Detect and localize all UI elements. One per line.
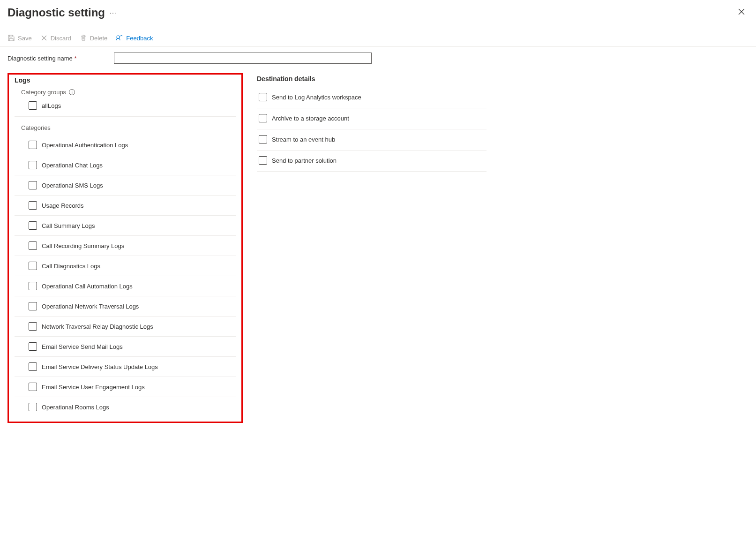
- discard-label: Discard: [51, 35, 71, 42]
- category-label: Call Summary Logs: [42, 222, 95, 229]
- more-menu[interactable]: ···: [110, 9, 117, 16]
- category-label: Operational Rooms Logs: [42, 404, 109, 411]
- category-row[interactable]: Email Service User Engagement Logs: [15, 377, 236, 397]
- destination-label: Send to partner solution: [272, 157, 337, 164]
- categories-label: Categories: [21, 124, 236, 131]
- category-checkbox[interactable]: [29, 181, 37, 189]
- category-row[interactable]: Call Diagnostics Logs: [15, 256, 236, 276]
- close-button[interactable]: [734, 6, 749, 19]
- category-label: Operational Chat Logs: [42, 162, 103, 169]
- destination-checkbox[interactable]: [259, 114, 267, 122]
- category-label: Operational Call Automation Logs: [42, 283, 133, 290]
- page-title: Diagnostic setting: [7, 6, 105, 19]
- save-button[interactable]: Save: [7, 34, 32, 42]
- feedback-label: Feedback: [126, 35, 153, 42]
- close-icon: [738, 8, 745, 15]
- logs-title: Logs: [15, 76, 236, 84]
- category-row[interactable]: Call Summary Logs: [15, 216, 236, 236]
- category-row[interactable]: Usage Records: [15, 196, 236, 216]
- svg-point-0: [117, 36, 120, 38]
- category-label: Email Service Send Mail Logs: [42, 343, 123, 350]
- destination-label: Send to Log Analytics workspace: [272, 94, 361, 101]
- alllogs-checkbox[interactable]: [29, 101, 37, 110]
- destination-checkbox[interactable]: [259, 93, 267, 101]
- destination-row[interactable]: Send to partner solution: [257, 151, 487, 172]
- category-row[interactable]: Operational Call Automation Logs: [15, 276, 236, 296]
- feedback-button[interactable]: Feedback: [116, 34, 153, 42]
- category-row[interactable]: Email Service Delivery Status Update Log…: [15, 357, 236, 377]
- category-row[interactable]: Email Service Send Mail Logs: [15, 337, 236, 357]
- category-checkbox[interactable]: [29, 342, 37, 351]
- category-label: Usage Records: [42, 202, 84, 209]
- destination-label: Archive to a storage account: [272, 115, 349, 122]
- save-icon: [7, 34, 15, 42]
- info-icon[interactable]: i: [69, 89, 75, 95]
- category-groups-label: Category groups i: [21, 89, 236, 96]
- delete-button[interactable]: Delete: [80, 34, 108, 42]
- category-label: Network Traversal Relay Diagnostic Logs: [42, 323, 153, 330]
- category-label: Operational Authentication Logs: [42, 142, 128, 149]
- category-checkbox[interactable]: [29, 302, 37, 310]
- delete-icon: [80, 34, 87, 42]
- category-row[interactable]: Operational Chat Logs: [15, 155, 236, 175]
- discard-icon: [40, 34, 48, 42]
- save-label: Save: [18, 35, 32, 42]
- alllogs-row[interactable]: allLogs: [15, 98, 236, 117]
- alllogs-label: allLogs: [42, 102, 61, 109]
- category-label: Call Recording Summary Logs: [42, 242, 124, 249]
- category-checkbox[interactable]: [29, 201, 37, 210]
- category-row[interactable]: Operational Rooms Logs: [15, 397, 236, 417]
- category-label: Operational SMS Logs: [42, 182, 103, 189]
- destination-checkbox[interactable]: [259, 156, 267, 165]
- category-checkbox[interactable]: [29, 322, 37, 331]
- category-checkbox[interactable]: [29, 241, 37, 250]
- category-checkbox[interactable]: [29, 362, 37, 371]
- category-checkbox[interactable]: [29, 383, 37, 391]
- category-row[interactable]: Operational Authentication Logs: [15, 135, 236, 155]
- category-row[interactable]: Network Traversal Relay Diagnostic Logs: [15, 317, 236, 337]
- destination-checkbox[interactable]: [259, 135, 267, 143]
- category-checkbox[interactable]: [29, 403, 37, 411]
- category-checkbox[interactable]: [29, 141, 37, 149]
- feedback-icon: [116, 34, 123, 42]
- category-checkbox[interactable]: [29, 262, 37, 270]
- delete-label: Delete: [90, 35, 108, 42]
- category-label: Email Service Delivery Status Update Log…: [42, 363, 158, 370]
- destination-row[interactable]: Archive to a storage account: [257, 108, 487, 129]
- category-row[interactable]: Operational Network Traversal Logs: [15, 296, 236, 317]
- setting-name-input[interactable]: [114, 53, 372, 64]
- category-checkbox[interactable]: [29, 282, 37, 290]
- setting-name-label: Diagnostic setting name *: [7, 55, 76, 62]
- category-row[interactable]: Call Recording Summary Logs: [15, 236, 236, 256]
- category-label: Email Service User Engagement Logs: [42, 384, 145, 391]
- category-checkbox[interactable]: [29, 221, 37, 230]
- discard-button[interactable]: Discard: [40, 34, 71, 42]
- category-checkbox[interactable]: [29, 161, 37, 169]
- destination-title: Destination details: [257, 75, 487, 83]
- destination-label: Stream to an event hub: [272, 136, 335, 143]
- destination-row[interactable]: Send to Log Analytics workspace: [257, 87, 487, 108]
- category-row[interactable]: Operational SMS Logs: [15, 175, 236, 196]
- destination-row[interactable]: Stream to an event hub: [257, 129, 487, 151]
- category-label: Operational Network Traversal Logs: [42, 303, 139, 310]
- category-label: Call Diagnostics Logs: [42, 263, 100, 270]
